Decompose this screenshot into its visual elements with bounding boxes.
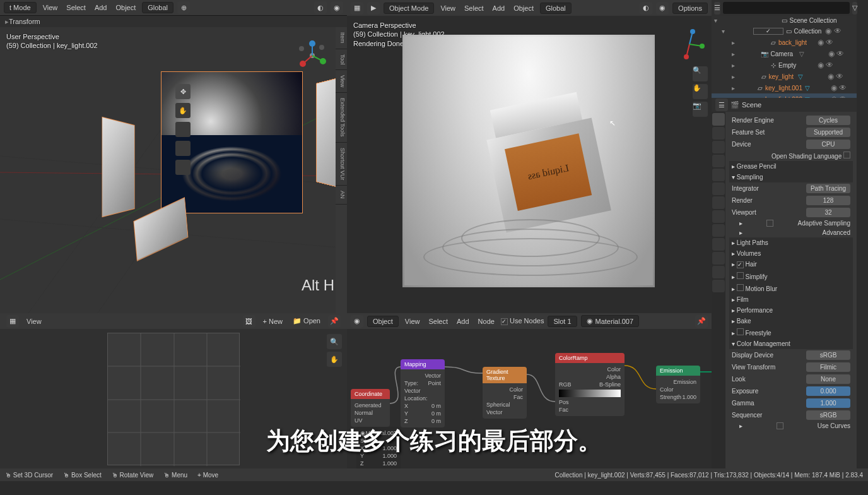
- feature-set-select[interactable]: Supported: [806, 128, 850, 137]
- performance-section[interactable]: ▸ Performance: [729, 305, 853, 316]
- image-icon[interactable]: 🖼: [243, 315, 255, 328]
- nav-gizmo-r[interactable]: [674, 28, 705, 60]
- node-colorramp[interactable]: ColorRamp: [555, 353, 625, 363]
- tool-transform-icon[interactable]: [175, 160, 191, 175]
- shader-editor-icon[interactable]: ◉: [351, 315, 363, 328]
- overlay-icon[interactable]: ◉: [331, 1, 343, 14]
- tool-move-icon[interactable]: ✥: [175, 84, 191, 99]
- device-select[interactable]: CPU: [806, 140, 850, 149]
- shader-object[interactable]: Object: [367, 316, 399, 327]
- shading-r-icon[interactable]: ◐: [640, 2, 652, 15]
- simplify-section[interactable]: ▸ Simplify: [729, 270, 853, 282]
- grease-section[interactable]: ▸ Grease Pencil: [729, 161, 853, 172]
- new-button[interactable]: + New: [261, 316, 286, 326]
- uv-editor-icon[interactable]: ▦: [6, 315, 19, 328]
- zoom-icon[interactable]: 🔍: [327, 334, 342, 349]
- integrator-select[interactable]: Path Tracing: [806, 184, 850, 193]
- display-device[interactable]: sRGB: [806, 350, 850, 360]
- play-icon[interactable]: ▶: [367, 2, 380, 15]
- orientation-r[interactable]: Global: [540, 3, 572, 14]
- orientation-select[interactable]: Global: [142, 2, 173, 13]
- tab-object[interactable]: [712, 182, 725, 195]
- tab-world[interactable]: [712, 169, 725, 181]
- sampling-section[interactable]: ▾ Sampling: [729, 172, 853, 182]
- view-transform[interactable]: Filmic: [806, 362, 850, 372]
- nav-gizmo[interactable]: [296, 40, 328, 71]
- tab-modifier[interactable]: [712, 196, 725, 209]
- tab-constraint[interactable]: [712, 238, 725, 251]
- node-texcoord[interactable]: Coordinate: [351, 389, 390, 399]
- tab-render[interactable]: [712, 113, 725, 126]
- menu-add-r[interactable]: Add: [490, 3, 508, 13]
- tab-material[interactable]: [712, 266, 725, 278]
- render-samples[interactable]: 128: [806, 196, 850, 205]
- outliner-search[interactable]: [723, 2, 850, 14]
- menu-view[interactable]: View: [40, 3, 61, 13]
- tab-extended[interactable]: Extended Tools: [336, 93, 347, 142]
- filter-icon[interactable]: ▽: [852, 2, 857, 15]
- outliner[interactable]: ▾▭ Scene Collection ▾ ▭ Collection◉ 👁 ▸▱…: [712, 16, 857, 98]
- sequencer-select[interactable]: sRGB: [806, 410, 850, 420]
- options-dropdown[interactable]: Options: [672, 3, 708, 14]
- tab-physics[interactable]: [712, 224, 725, 237]
- tab-scene[interactable]: [712, 155, 725, 167]
- motionblur-section[interactable]: ▸ Motion Blur: [729, 282, 853, 294]
- osl-check[interactable]: Open Shading Language: [771, 152, 850, 160]
- gamma-field[interactable]: 1.000: [806, 398, 850, 408]
- node-emission[interactable]: Emission: [656, 366, 700, 376]
- menu-select[interactable]: Select: [64, 3, 88, 13]
- hair-section[interactable]: ▸ Hair: [729, 259, 853, 270]
- node-add[interactable]: Add: [454, 316, 472, 326]
- tool-scale-icon[interactable]: [175, 141, 191, 156]
- node-select[interactable]: Select: [426, 316, 450, 326]
- tab-tool[interactable]: Tool: [336, 49, 347, 71]
- menu-view-r[interactable]: View: [438, 3, 458, 13]
- use-nodes-check[interactable]: [501, 318, 508, 325]
- props-editor-icon[interactable]: ☰: [715, 98, 728, 111]
- tab-shortcut[interactable]: Shortcut VUr: [336, 143, 347, 186]
- camera-r-icon[interactable]: 📷: [693, 102, 708, 117]
- node-menu[interactable]: Node: [476, 316, 497, 326]
- lightpaths-section[interactable]: ▸ Light Paths: [729, 237, 853, 248]
- pin-icon[interactable]: 📌: [328, 315, 341, 328]
- snap-icon[interactable]: ⊕: [177, 1, 190, 14]
- tab-output[interactable]: [712, 127, 725, 140]
- outliner-icon[interactable]: ☰: [714, 2, 720, 15]
- node-gradient[interactable]: Gradient Texture: [483, 367, 527, 383]
- tab-viewlayer[interactable]: [712, 141, 725, 153]
- colormgmt-section[interactable]: ▾ Color Management: [729, 338, 853, 349]
- freestyle-section[interactable]: ▸ Freestyle: [729, 326, 853, 338]
- 3d-viewport-left[interactable]: User Perspective (59) Collection | key_l…: [0, 27, 347, 313]
- zoom-r-icon[interactable]: 🔍: [693, 66, 708, 81]
- overlay-r-icon[interactable]: ◉: [656, 2, 669, 15]
- render-engine-select[interactable]: Cycles: [806, 116, 850, 125]
- tab-an[interactable]: AN: [336, 186, 347, 205]
- menu-object-r[interactable]: Object: [511, 3, 536, 13]
- volumes-section[interactable]: ▸ Volumes: [729, 248, 853, 259]
- viewport-samples[interactable]: 32: [806, 208, 850, 217]
- uv-view-menu[interactable]: View: [24, 316, 44, 326]
- film-section[interactable]: ▸ Film: [729, 294, 853, 305]
- mode-select[interactable]: t Mode: [4, 2, 37, 13]
- tab-particle[interactable]: [712, 210, 725, 223]
- exposure-field[interactable]: 0.000: [806, 386, 850, 396]
- pan-r-icon[interactable]: ✋: [693, 84, 708, 99]
- pin-node-icon[interactable]: 📌: [695, 315, 708, 328]
- tab-item[interactable]: Item: [336, 27, 347, 49]
- menu-object[interactable]: Object: [113, 3, 138, 13]
- mode-select-right[interactable]: Object Mode: [384, 3, 434, 14]
- material-select[interactable]: ◉ Material.007: [581, 315, 640, 327]
- slot-select[interactable]: Slot 1: [548, 316, 577, 327]
- node-view[interactable]: View: [402, 316, 423, 326]
- 3d-viewport-right[interactable]: Camera Perspective (59) Collection | key…: [347, 16, 712, 313]
- tab-data[interactable]: [712, 252, 725, 265]
- menu-add[interactable]: Add: [92, 3, 110, 13]
- editor-type-icon[interactable]: ▦: [351, 2, 363, 15]
- node-mapping[interactable]: Mapping: [401, 359, 445, 369]
- menu-select-r[interactable]: Select: [462, 3, 486, 13]
- tab-texture[interactable]: [712, 280, 725, 292]
- bake-section[interactable]: ▸ Bake: [729, 316, 853, 326]
- shading-icon[interactable]: ◐: [314, 1, 327, 14]
- tab-view[interactable]: View: [336, 70, 347, 93]
- open-button[interactable]: 📁 Open: [290, 316, 323, 326]
